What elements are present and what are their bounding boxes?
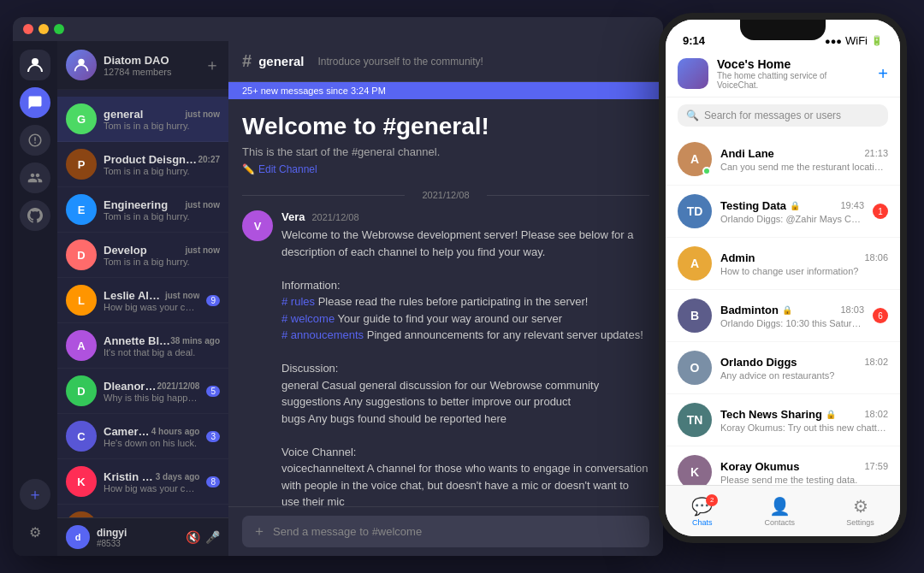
chat-header: # general Introduce yourself to the comm…: [228, 41, 663, 82]
phone-chat-item-testing[interactable]: TD Testing Data🔒 19:43 Orlando Diggs: @Z…: [666, 186, 900, 238]
channel-item-ronald[interactable]: R Ronald Richards 2021/12/08 Is this big…: [57, 505, 228, 517]
phone-chat-preview: Orlando Diggs: @Zahir Mays Check ...: [720, 214, 864, 224]
channel-time: 2021/12/08: [157, 381, 199, 391]
phone-tab-contacts[interactable]: 👤 Contacts: [764, 496, 795, 527]
phone-chat-preview: Orlando Diggs: 10:30 this Saturday: [720, 318, 864, 328]
phone-search-box[interactable]: 🔍 Search for messages or users: [678, 104, 888, 127]
phone-chat-name: Badminton🔒: [720, 304, 792, 316]
channel-name-row: Annette Black 38 mins ago: [104, 334, 220, 347]
channel-avatar: L: [66, 285, 97, 316]
channel-info: Develop just now Tom is in a big hurry.: [104, 244, 220, 267]
message-input[interactable]: [273, 525, 639, 538]
sidebar-item-friends[interactable]: [20, 162, 50, 193]
mic-button[interactable]: 🎤: [205, 530, 220, 544]
channel-info: Annette Black 38 mins ago It's not that …: [104, 334, 220, 357]
tab-label-contacts: Contacts: [764, 518, 795, 527]
phone-chat-name-row: Admin 18:06: [720, 251, 888, 264]
phone-chat-item-badminton[interactable]: B Badminton🔒 18:03 Orlando Diggs: 10:30 …: [666, 290, 900, 342]
add-server-button[interactable]: ＋: [20, 479, 50, 510]
phone-chat-time: 18:02: [864, 409, 888, 419]
phone-chat-item-admin[interactable]: A Admin 18:06 How to change user informa…: [666, 238, 900, 290]
sidebar-item-discover[interactable]: [20, 125, 50, 156]
channel-avatar: D: [66, 239, 97, 270]
phone-app-name: Voce's Home: [717, 57, 869, 71]
phone-chat-item-orlando[interactable]: O Orlando Diggs 18:02 Any advice on rest…: [666, 342, 900, 394]
edit-channel-button[interactable]: ✏️ Edit Channel: [242, 163, 317, 175]
unread-badge: 5: [206, 386, 220, 397]
channel-name-text: Dleanor Pena: [104, 380, 157, 393]
date-divider: 2021/12/08: [242, 190, 649, 200]
phone-chat-item-technews[interactable]: TN Tech News Sharing🔒 18:02 Koray Okumus…: [666, 394, 900, 446]
channel-info: Kristin Watson 3 days ago How big was yo…: [104, 470, 199, 493]
attach-icon[interactable]: ＋: [252, 523, 266, 541]
channel-name-text: Develop: [104, 244, 185, 257]
channel-name-text: Annette Black: [104, 334, 170, 347]
channel-name-row: general just now: [104, 108, 220, 121]
desktop-app: ＋ ⚙ Diatom DAO 12784 members ＋ G: [13, 17, 663, 556]
unread-badge: 9: [206, 295, 220, 306]
mute-button[interactable]: 🔇: [186, 530, 200, 544]
new-messages-bar[interactable]: 25+ new messages since 3:24 PM: [228, 82, 663, 99]
phone-tab-settings[interactable]: ⚙ Settings: [846, 496, 874, 527]
channel-avatar: P: [66, 149, 97, 180]
phone-app-info: Voce's Home The home chatting service of…: [717, 57, 869, 90]
phone-chat-time: 18:03: [840, 304, 864, 315]
server-name-text: Diatom DAO: [104, 54, 169, 67]
channel-time: 38 mins ago: [170, 336, 220, 346]
edit-channel-label: Edit Channel: [258, 163, 317, 175]
phone-chat-time: 18:02: [864, 357, 888, 367]
phone-chat-preview: Any advice on restaurants?: [720, 370, 888, 381]
phone-tab-chats[interactable]: 💬 2 Chats: [691, 496, 713, 527]
maximize-button[interactable]: [54, 24, 64, 34]
phone-chat-item-andi[interactable]: A Andi Lane 21:13 Can you send me the re…: [666, 133, 900, 186]
phone-chat-time: 18:06: [864, 252, 888, 263]
channel-item-develop[interactable]: D Develop just now Tom is in a big hurry…: [57, 233, 228, 278]
channel-item-product[interactable]: P Product Deisgn ✦ 20:27 Tom is in a big…: [57, 142, 228, 187]
phone-chat-info: Badminton🔒 18:03 Orlando Diggs: 10:30 th…: [720, 304, 864, 328]
channel-avatar: R: [66, 511, 97, 517]
channel-info: Product Deisgn ✦ 20:27 Tom is in a big h…: [104, 153, 220, 176]
phone-chat-info: Andi Lane 21:13 Can you send me the rest…: [720, 147, 888, 172]
channel-preview: How big was your contr...: [104, 302, 199, 312]
sidebar-item-home[interactable]: [20, 50, 50, 80]
channel-item-general[interactable]: G general just now Tom is in a big hurry…: [57, 97, 228, 142]
message-time: 2021/12/08: [311, 212, 358, 222]
welcome-text: This is the start of the #general channe…: [242, 145, 649, 158]
close-button[interactable]: [23, 24, 33, 34]
hash-icon: #: [242, 51, 252, 71]
channel-item-dleanor[interactable]: D Dleanor Pena 2021/12/08 Why is this bi…: [57, 369, 228, 414]
channel-preview: It's not that big a deal.: [104, 347, 220, 357]
channel-name-row: Kristin Watson 3 days ago: [104, 470, 199, 483]
phone-screen: 9:14 ●●● WiFi 🔋 Voce's Home The home cha…: [666, 20, 900, 536]
phone-status-icons: ●●● WiFi 🔋: [825, 34, 883, 47]
channel-name-text: general: [104, 108, 185, 121]
channel-info: general just now Tom is in a big hurry.: [104, 108, 220, 131]
sidebar-item-chat[interactable]: [20, 87, 50, 118]
tab-label-chats: Chats: [692, 518, 713, 527]
minimize-button[interactable]: [38, 24, 49, 34]
channel-welcome: Welcome to #general! This is the start o…: [242, 113, 649, 176]
server-header[interactable]: Diatom DAO 12784 members ＋: [57, 41, 228, 90]
channel-item-kristin[interactable]: K Kristin Watson 3 days ago How big was …: [57, 459, 228, 505]
sidebar-item-github[interactable]: [20, 200, 50, 231]
channel-preview: Tom is in a big hurry.: [104, 166, 220, 176]
channel-name: general: [258, 54, 304, 68]
date-divider-text: 2021/12/08: [422, 190, 469, 200]
phone-time: 9:14: [683, 34, 705, 47]
phone-chat-item-koray[interactable]: K Koray Okumus 17:59 Please send me the …: [666, 446, 900, 485]
phone-add-button[interactable]: +: [878, 64, 888, 84]
add-channel-icon[interactable]: ＋: [204, 55, 220, 75]
user-controls: 🔇 🎤: [186, 530, 220, 544]
channel-item-leslie[interactable]: L Leslie Alexander just now How big was …: [57, 278, 228, 323]
settings-icon[interactable]: ⚙: [20, 517, 50, 547]
phone-app-desc: The home chatting service of VoiceChat.: [717, 71, 869, 90]
channel-info: Leslie Alexander just now How big was yo…: [104, 289, 199, 312]
welcome-title: Welcome to #general!: [242, 113, 649, 140]
channel-item-engineering[interactable]: E Engineering just now Tom is in a big h…: [57, 187, 228, 233]
channel-preview: Tom is in a big hurry.: [104, 257, 220, 267]
chat-input-area: ＋: [228, 506, 663, 556]
lock-icon: 🔒: [826, 410, 836, 419]
channel-item-cameron[interactable]: C Cameron Willia... 4 hours ago He's dow…: [57, 414, 228, 459]
channel-name-text: Kristin Watson: [104, 470, 156, 483]
channel-item-annette[interactable]: A Annette Black 38 mins ago It's not tha…: [57, 323, 228, 369]
